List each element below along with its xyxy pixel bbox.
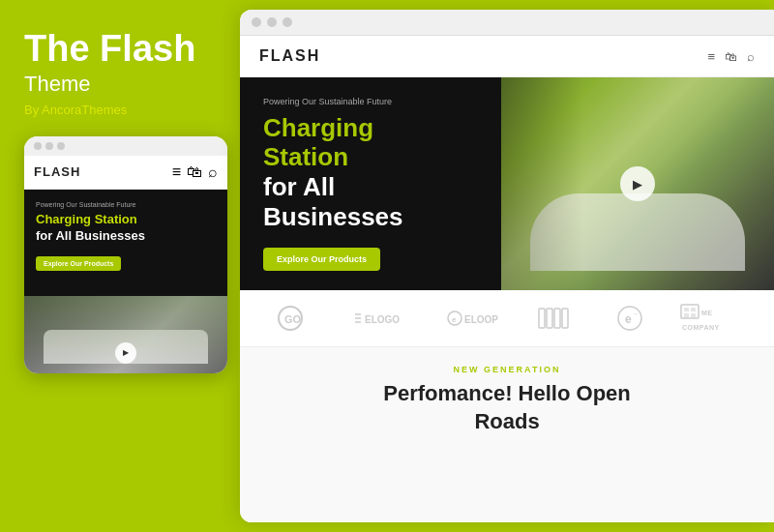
logo-bars bbox=[537, 305, 580, 332]
svg-rect-10 bbox=[547, 309, 552, 328]
logo-e2: e → bbox=[613, 305, 646, 332]
mobile-mockup: FLASH ≡ 🛍 ⌕ Powering Our Sustainable Fut… bbox=[24, 136, 227, 373]
svg-rect-18 bbox=[691, 308, 696, 311]
logos-section: GO ELOGO e ELOOP bbox=[240, 290, 774, 347]
mobile-top-bar bbox=[24, 136, 227, 156]
browser-dot-1 bbox=[252, 17, 261, 27]
mobile-nav: FLASH ≡ 🛍 ⌕ bbox=[24, 156, 227, 190]
logo-go: GO bbox=[277, 305, 319, 332]
mobile-explore-button[interactable]: Explore Our Products bbox=[36, 256, 121, 271]
new-gen-title: Perfomance! Hello Open Roads bbox=[259, 380, 755, 435]
svg-text:e: e bbox=[625, 312, 632, 326]
hero-title-green: ChargingStation bbox=[263, 114, 478, 172]
desktop-nav: FLASH ≡ 🛍 ⌕ bbox=[240, 36, 774, 77]
left-panel: The Flash Theme By AncoraThemes FLASH ≡ … bbox=[0, 0, 240, 532]
hero-left: Powering Our Sustainable Future Charging… bbox=[240, 77, 501, 290]
mobile-hero-title-green: Charging Station bbox=[36, 212, 216, 227]
desktop-search-icon[interactable]: ⌕ bbox=[747, 49, 755, 64]
eloop-svg: e ELOOP bbox=[445, 307, 503, 330]
svg-text:ELOGO: ELOGO bbox=[365, 314, 400, 325]
mobile-dot-2 bbox=[45, 142, 53, 150]
bars-svg bbox=[537, 305, 580, 332]
svg-text:COMPANY: COMPANY bbox=[682, 324, 720, 331]
desktop-menu-icon[interactable]: ≡ bbox=[707, 49, 715, 64]
hero-subtitle: Powering Our Sustainable Future bbox=[263, 97, 478, 106]
svg-text:GO: GO bbox=[284, 313, 302, 325]
svg-rect-20 bbox=[691, 313, 696, 317]
svg-text:e: e bbox=[452, 315, 457, 324]
go-logo-svg: GO bbox=[277, 305, 319, 332]
mobile-hero-title-white: for All Businesses bbox=[36, 228, 216, 245]
right-panel: FLASH ≡ 🛍 ⌕ Powering Our Sustainable Fut… bbox=[240, 10, 774, 522]
logo-eloop: e ELOOP bbox=[445, 307, 503, 330]
mobile-bag-icon: 🛍 bbox=[187, 163, 202, 181]
svg-rect-17 bbox=[684, 308, 689, 311]
mobile-dot-3 bbox=[57, 142, 65, 150]
new-gen-label: NEW GENERATION bbox=[259, 365, 755, 374]
new-generation-section: NEW GENERATION Perfomance! Hello Open Ro… bbox=[240, 347, 774, 522]
theme-title: The Flash bbox=[24, 29, 195, 70]
logo-company: ME COMPANY bbox=[680, 304, 738, 333]
mobile-car-image: ▶ bbox=[24, 296, 227, 373]
theme-subtitle: Theme bbox=[24, 72, 90, 97]
mobile-logo: FLASH bbox=[34, 164, 80, 179]
hero-right-image: ▶ bbox=[501, 77, 774, 290]
mobile-dot-1 bbox=[34, 142, 42, 150]
mobile-play-button[interactable]: ▶ bbox=[115, 342, 136, 364]
mobile-hero-subtitle: Powering Our Sustainable Future bbox=[36, 201, 216, 208]
browser-dot-2 bbox=[267, 17, 277, 27]
svg-text:→: → bbox=[632, 310, 639, 317]
browser-dot-3 bbox=[283, 17, 292, 27]
svg-rect-9 bbox=[539, 309, 545, 328]
e2-svg: e → bbox=[613, 305, 646, 332]
hero-title-white: for AllBusinesses bbox=[263, 172, 478, 232]
elogo-svg: ELOGO bbox=[353, 307, 411, 330]
hero-play-button[interactable]: ▶ bbox=[620, 166, 655, 201]
theme-by: By AncoraThemes bbox=[24, 103, 127, 117]
svg-rect-19 bbox=[684, 313, 689, 317]
desktop-hero: Powering Our Sustainable Future Charging… bbox=[240, 77, 774, 290]
desktop-bag-icon[interactable]: 🛍 bbox=[725, 49, 737, 64]
mobile-menu-icon: ≡ bbox=[172, 163, 181, 181]
hero-explore-button[interactable]: Explore Our Products bbox=[263, 248, 380, 271]
mobile-hero: Powering Our Sustainable Future Charging… bbox=[24, 190, 227, 296]
svg-text:ELOOP: ELOOP bbox=[464, 314, 498, 325]
svg-rect-16 bbox=[681, 305, 699, 318]
mobile-search-icon: ⌕ bbox=[208, 163, 218, 181]
company-svg: ME COMPANY bbox=[680, 304, 738, 333]
svg-text:ME: ME bbox=[701, 310, 713, 316]
svg-rect-12 bbox=[562, 309, 568, 328]
mobile-nav-icons: ≡ 🛍 ⌕ bbox=[172, 163, 218, 181]
desktop-nav-icons: ≡ 🛍 ⌕ bbox=[707, 49, 755, 64]
logo-elogo: ELOGO bbox=[353, 307, 411, 330]
desktop-logo: FLASH bbox=[259, 47, 320, 65]
browser-bar bbox=[240, 10, 774, 36]
svg-rect-11 bbox=[554, 309, 560, 328]
